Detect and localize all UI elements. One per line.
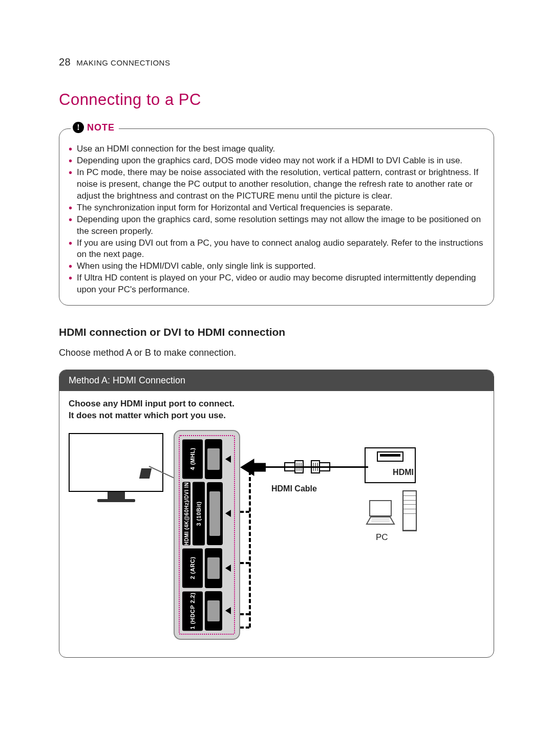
page: 28 MAKING CONNECTIONS Connecting to a PC… <box>0 0 553 756</box>
list-item: Use an HDMI connection for the best imag… <box>69 143 484 155</box>
list-item: When using the HDMI/DVI cable, only sing… <box>69 261 484 272</box>
desc-line: Choose any HDMI input port to connect. <box>69 399 235 408</box>
tv-callout-dot <box>139 468 152 479</box>
alert-icon: ! <box>73 122 84 133</box>
hdmi-port-row: 4 (MHL) <box>182 439 231 479</box>
hdmi-panel: 4 (MHL) HDMI (4K@60Hz)/DVI IN 3 (10Bit) … <box>174 430 240 640</box>
list-item: The synchronization input form for Horiz… <box>69 202 484 214</box>
dashed-connector <box>240 627 249 629</box>
arrow-left-solid-icon <box>240 459 266 476</box>
hdmi-plug-icon <box>309 459 331 475</box>
pc-port-box <box>365 447 416 483</box>
note-list: Use an HDMI connection for the best imag… <box>69 143 484 296</box>
port-label: 1 (HDCP 2.2) <box>182 591 203 631</box>
pc-tower-icon <box>402 490 417 531</box>
hdmi-port-row: 2 (ARC) <box>182 548 231 588</box>
list-item: Depending upon the graphics card, some r… <box>69 214 484 237</box>
svg-rect-10 <box>370 501 391 516</box>
arrow-left-icon <box>225 456 231 463</box>
note-label: NOTE <box>87 122 115 133</box>
hdmi-panel-inner: 4 (MHL) HDMI (4K@60Hz)/DVI IN 3 (10Bit) … <box>179 435 235 635</box>
note-box: ! NOTE Use an HDMI connection for the be… <box>59 128 494 306</box>
dashed-connector <box>240 511 249 513</box>
port-label: 2 (ARC) <box>182 548 203 588</box>
svg-rect-0 <box>285 463 295 471</box>
method-a-box: Method A: HDMI Connection Choose any HDM… <box>59 370 494 658</box>
subheading: HDMI connection or DVI to HDMI connectio… <box>59 326 494 338</box>
page-header: 28 MAKING CONNECTIONS <box>59 56 494 68</box>
panel-strip-label: HDMI (4K@60Hz)/DVI IN <box>182 482 190 546</box>
method-a-desc: Choose any HDMI input port to connect. I… <box>69 398 484 422</box>
intro-text: Choose method A or B to make connection. <box>59 348 494 358</box>
method-a-header: Method A: HDMI Connection <box>59 370 494 391</box>
dashed-connector <box>240 562 249 564</box>
hdmi-port-icon <box>205 439 222 479</box>
list-item: If Ultra HD content is played on your PC… <box>69 272 484 296</box>
dashed-connector <box>249 471 251 628</box>
list-item: In PC mode, there may be noise associate… <box>69 167 484 202</box>
section-title: MAKING CONNECTIONS <box>76 58 170 67</box>
tv-icon <box>69 433 163 492</box>
method-a-body: Choose any HDMI input port to connect. I… <box>59 391 494 657</box>
hdmi-port-icon <box>377 451 403 462</box>
connection-diagram: 4 (MHL) HDMI (4K@60Hz)/DVI IN 3 (10Bit) … <box>69 430 468 645</box>
hdmi-plug-icon <box>284 459 305 475</box>
list-item: If you are using DVI out from a PC, you … <box>69 237 484 261</box>
hdmi-port-row: HDMI (4K@60Hz)/DVI IN 3 (10Bit) <box>182 482 231 546</box>
tv-stand-icon <box>108 492 125 500</box>
hdmi-port-icon <box>205 548 222 588</box>
arrow-left-icon <box>225 607 231 614</box>
hdmi-port-icon <box>205 591 222 631</box>
note-label-wrap: ! NOTE <box>71 122 119 133</box>
page-number: 28 <box>59 56 71 68</box>
pc-port-label: HDMI <box>365 468 416 477</box>
arrow-left-icon <box>225 565 231 572</box>
page-title: Connecting to a PC <box>59 91 494 109</box>
cable-label: HDMI Cable <box>271 484 317 493</box>
svg-rect-5 <box>320 463 330 471</box>
list-item: Depending upon the graphics card, DOS mo… <box>69 155 484 167</box>
dashed-connector <box>240 613 249 615</box>
hdmi-port-row: 1 (HDCP 2.2) <box>182 591 231 631</box>
pc-label: PC <box>376 532 388 543</box>
hdmi-port-icon <box>207 482 223 546</box>
arrow-left-icon <box>225 510 231 517</box>
desc-line: It does not matter which port you use. <box>69 411 226 420</box>
svg-marker-11 <box>367 517 394 524</box>
port-label: 3 (10Bit) <box>193 482 205 546</box>
laptop-icon <box>365 496 396 528</box>
port-label: 4 (MHL) <box>182 439 203 479</box>
